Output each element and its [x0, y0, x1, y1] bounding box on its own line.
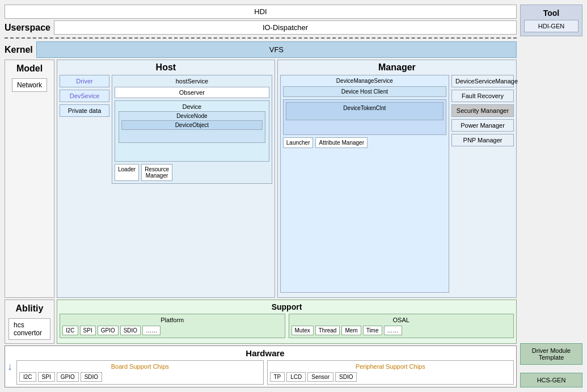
driver-module-template-button[interactable]: Driver Module Template [520, 343, 582, 365]
osal-item: Time [363, 326, 382, 335]
mhm-row: Model Network Host Driver DevSevice [5, 60, 517, 298]
peripheral-item: SDIO [335, 372, 357, 382]
device-stack: Device DeviceNode DeviceObject [115, 100, 269, 162]
manager-inner: DeviceManageService Device Host Client D… [280, 75, 514, 293]
power-manager-label: Power Manager [461, 122, 505, 129]
hdi-gen-button[interactable]: HDI-GEN [524, 20, 578, 32]
platform-item: I2C [62, 326, 78, 335]
main-container: HDI Userspace IO-Dispatcher Kernel VFS M… [0, 0, 587, 392]
hardware-section: ↓ Hardware Board Support Chips I2CSPIGPI… [5, 345, 517, 387]
device-service-manage-label: DeviceServiceManage [455, 78, 518, 85]
hardware-inner: Board Support Chips I2CSPIGPIOSDIO Perip… [16, 360, 514, 385]
network-box: Network [12, 78, 47, 92]
platform-item: …… [142, 326, 161, 335]
device-label: Device [117, 103, 267, 110]
osal-item: …… [384, 326, 402, 335]
network-label: Network [17, 81, 42, 89]
dtc-inner: DeviceTokenClnt [286, 102, 444, 120]
io-dispatcher-label: IO-Dispatcher [263, 23, 308, 32]
right-panel: Tool HDI-GEN Driver Module Template HCS-… [520, 5, 582, 387]
hardware-title: Hardware [16, 348, 514, 358]
device-outer: Device DeviceNode DeviceObject [115, 100, 269, 162]
fault-recovery-box: Fault Recovery [451, 90, 514, 102]
dtc-label: DeviceTokenClnt [289, 105, 441, 111]
devicenode-box: DeviceNode DeviceObject [119, 111, 265, 143]
platform-label: Platform [62, 317, 282, 323]
platform-item: SDIO [120, 326, 141, 335]
peripheral-support-label: Peripheral Support Chips [270, 363, 512, 370]
userspace-label: Userspace [5, 23, 50, 33]
peripheral-support-sub: Peripheral Support Chips TPLCDSensorSDIO [267, 360, 514, 385]
platform-item: GPIO [98, 326, 119, 335]
dtc-stack: DeviceTokenClnt [283, 99, 446, 135]
launcher-label: Launcher [286, 140, 310, 146]
peripheral-item: LCD [286, 372, 306, 382]
board-item: SDIO [81, 372, 102, 382]
vfs-label: VFS [269, 45, 284, 54]
manager-section: Manager DeviceManageService Device Host … [277, 60, 517, 298]
dtc-outer: DeviceTokenClnt [283, 99, 446, 135]
board-item: GPIO [57, 372, 79, 382]
host-service-label: hostService [115, 78, 269, 85]
hcs-gen-button[interactable]: HCS-GEN [520, 373, 582, 387]
kernel-row: Kernel VFS [5, 41, 517, 58]
security-manager-label: Security Mananger [457, 107, 509, 114]
board-support-label: Board Support Chips [19, 363, 261, 370]
hcs-convertor-label: hcs convertor [14, 321, 42, 337]
driver-box: Driver [60, 75, 109, 87]
devicenode-label: DeviceNode [120, 113, 264, 119]
host-main: Driver DevSevice Private data hostServic… [60, 75, 272, 184]
dms-col: DeviceManageService Device Host Client D… [280, 75, 449, 293]
left-content: HDI Userspace IO-Dispatcher Kernel VFS M… [5, 5, 517, 387]
dashed-separator [5, 37, 517, 39]
ability-support-row: Ablitiy hcs convertor Support Platform I… [5, 300, 517, 344]
support-section: Support Platform I2CSPIGPIOSDIO…… OSAL M… [57, 300, 517, 344]
board-items: I2CSPIGPIOSDIO [19, 372, 261, 382]
dms-label: DeviceManageService [283, 78, 446, 84]
observer-box: Observer [115, 87, 269, 98]
observer-label: Observer [179, 89, 205, 96]
peripheral-items: TPLCDSensorSDIO [270, 372, 512, 382]
support-inner: Platform I2CSPIGPIOSDIO…… OSAL MutexThre… [60, 314, 514, 338]
loader-box: Loader [115, 164, 139, 181]
peripheral-item: TP [270, 372, 285, 382]
model-title: Model [16, 64, 43, 74]
private-data-box: Private data [60, 104, 109, 117]
dhc-label: Device Host Client [285, 88, 444, 95]
launcher-box: Launcher [283, 137, 314, 148]
peripheral-item: Sensor [307, 372, 333, 382]
devservice-label: DevSevice [70, 92, 100, 99]
manager-right-col: DeviceServiceManage Fault Recovery Secur… [451, 75, 514, 293]
hcs-convertor-box: hcs convertor [9, 318, 50, 340]
osal-box: OSAL MutexThreadMemTime…… [289, 314, 514, 338]
platform-items: I2CSPIGPIOSDIO…… [62, 326, 282, 335]
attribute-manager-box: Attribute Manager [315, 137, 368, 148]
hdi-bar: HDI [5, 5, 517, 19]
host-service-col: hostService Observer Device DeviceNode [112, 75, 272, 184]
security-manager-box: Security Mananger [451, 104, 514, 117]
model-section: Model Network [5, 60, 54, 298]
driver-label: Driver [76, 78, 92, 85]
deviceobject-box: DeviceObject [121, 120, 263, 130]
pnp-manager-label: PNP Manager [463, 137, 502, 144]
pnp-manager-box: PNP Manager [451, 134, 514, 146]
device-service-manage-box: DeviceServiceManage [451, 75, 514, 87]
hdi-label: HDI [254, 7, 267, 16]
tool-title: Tool [524, 9, 578, 18]
io-dispatcher-bar: IO-Dispatcher [54, 20, 517, 35]
platform-box: Platform I2CSPIGPIOSDIO…… [60, 314, 285, 338]
power-manager-box: Power Manager [451, 119, 514, 132]
host-bottom: Loader ResourceManager [115, 164, 269, 181]
osal-label: OSAL [292, 317, 512, 323]
spacer [520, 40, 582, 338]
osal-items: MutexThreadMemTime…… [292, 326, 512, 335]
ability-section: Ablitiy hcs convertor [5, 300, 54, 344]
resource-manager-label: ResourceManager [145, 166, 169, 179]
kernel-label: Kernel [5, 45, 33, 55]
ability-title: Ablitiy [16, 304, 44, 314]
osal-item: Thread [315, 326, 340, 335]
osal-item: Mem [341, 326, 361, 335]
resource-manager-box: ResourceManager [141, 164, 172, 181]
board-support-sub: Board Support Chips I2CSPIGPIOSDIO [16, 360, 264, 385]
host-left-col: Driver DevSevice Private data [60, 75, 109, 184]
